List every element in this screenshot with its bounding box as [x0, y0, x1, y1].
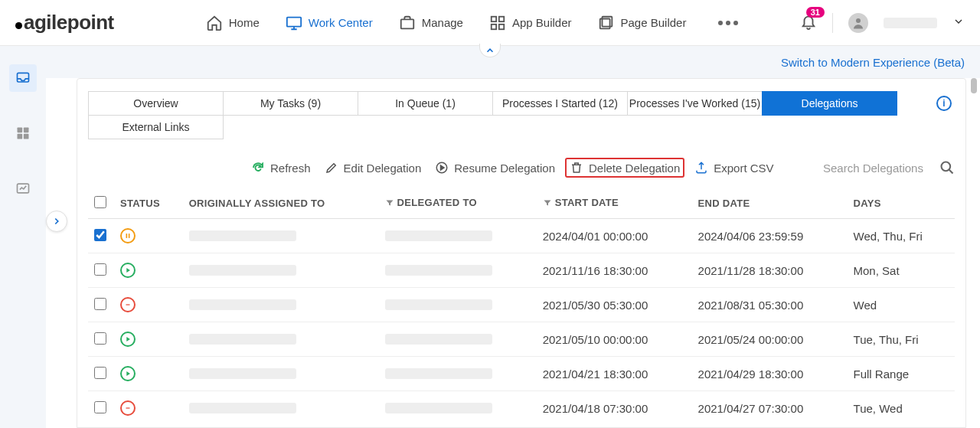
search-wrap [823, 160, 955, 175]
cell-delegated [379, 288, 537, 322]
col-delegated-label: DELEGATED TO [397, 197, 477, 208]
col-status[interactable]: STATUS [114, 188, 183, 219]
row-checkbox[interactable] [94, 229, 106, 241]
edit-delegation-button[interactable]: Edit Delegation [321, 158, 426, 178]
grid-icon [489, 15, 506, 31]
tab-external-links[interactable]: External Links [88, 115, 224, 139]
export-csv-button[interactable]: Export CSV [691, 158, 777, 178]
search-input[interactable] [823, 162, 930, 175]
info-button[interactable]: i [936, 96, 952, 111]
status-stop-icon [120, 400, 136, 416]
cell-days: Wed [848, 288, 955, 322]
tab-my-tasks[interactable]: My Tasks (9) [223, 91, 358, 116]
nav-manage[interactable]: Manage [399, 15, 463, 31]
avatar[interactable] [848, 13, 868, 33]
table-row[interactable]: 2021/05/10 00:00:002021/05/24 00:00:00Tu… [88, 322, 955, 357]
cell-delegated [379, 219, 537, 253]
cell-start: 2021/05/10 00:00:00 [537, 322, 692, 357]
table-row[interactable]: 2021/11/16 18:30:002021/11/28 18:30:00Mo… [88, 253, 955, 288]
cell-status [114, 288, 183, 322]
table-row[interactable]: 2021/05/30 05:30:002021/08/31 05:30:00We… [88, 288, 955, 322]
select-all-checkbox[interactable] [94, 196, 106, 208]
nav-more-icon[interactable] [718, 21, 738, 25]
chart-icon [15, 181, 31, 196]
rail-inbox[interactable] [9, 64, 37, 92]
col-delegated[interactable]: DELEGATED TO [379, 188, 537, 219]
apps-icon [15, 126, 31, 141]
nav-app-builder[interactable]: App Builder [489, 15, 572, 31]
cell-end: 2021/08/31 05:30:00 [692, 288, 848, 322]
row-checkbox[interactable] [94, 298, 106, 310]
user-name [884, 18, 937, 28]
row-checkbox[interactable] [94, 367, 106, 379]
nav-app-builder-label: App Builder [512, 16, 572, 29]
rail-analytics[interactable] [9, 175, 37, 202]
table-row[interactable]: 2021/04/21 18:30:002021/04/29 18:30:00Fu… [88, 357, 955, 391]
cell-status [114, 357, 183, 391]
cell-end: 2024/04/06 23:59:59 [692, 219, 848, 253]
status-play-icon [120, 332, 136, 347]
cell-originally [183, 253, 379, 288]
nav-page-builder[interactable]: Page Builder [598, 15, 687, 31]
toolbar: Refresh Edit Delegation Resume Delegatio… [88, 158, 955, 178]
scrollbar-thumb[interactable] [971, 78, 977, 93]
nav-home[interactable]: Home [206, 15, 260, 31]
row-checkbox[interactable] [94, 332, 106, 345]
delete-delegation-button[interactable]: Delete Delegation [565, 158, 684, 178]
tab-in-queue[interactable]: In Queue (1) [358, 91, 493, 116]
expand-rail-button[interactable] [46, 211, 67, 232]
table-row[interactable]: 2024/04/01 00:00:002024/04/06 23:59:59We… [88, 219, 955, 253]
col-originally[interactable]: ORIGINALLY ASSIGNED TO [183, 188, 379, 219]
cell-end: 2021/11/28 18:30:00 [692, 253, 848, 288]
col-start[interactable]: START DATE [537, 188, 692, 219]
tab-processes-worked[interactable]: Processes I've Worked (15) [627, 91, 763, 116]
table-row[interactable]: 2021/04/18 07:30:002021/04/27 07:30:00Tu… [88, 391, 955, 426]
tabs-row1: Overview My Tasks (9) In Queue (1) Proce… [88, 91, 955, 116]
cell-end: 2021/04/29 18:30:00 [692, 357, 848, 391]
cell-originally [183, 322, 379, 357]
logo[interactable]: agilepoint [15, 11, 114, 34]
cell-end: 2021/04/27 07:30:00 [692, 391, 848, 426]
filter-icon [385, 198, 394, 210]
cell-days: Wed, Thu, Fri [848, 219, 955, 253]
svg-rect-2 [492, 16, 496, 21]
col-start-label: START DATE [555, 197, 619, 208]
refresh-icon [251, 161, 265, 175]
status-play-icon [120, 366, 136, 381]
pencil-icon [325, 161, 338, 175]
cell-delegated [379, 322, 537, 357]
switch-experience-link[interactable]: Switch to Modern Experience (Beta) [781, 56, 965, 69]
resume-delegation-button[interactable]: Resume Delegation [431, 158, 559, 178]
refresh-button[interactable]: Refresh [247, 158, 315, 178]
notifications-button[interactable]: 31 [800, 13, 817, 32]
delete-label: Delete Delegation [589, 162, 680, 175]
cell-originally [183, 288, 379, 322]
search-icon[interactable] [939, 160, 955, 175]
col-days[interactable]: DAYS [848, 188, 955, 219]
tab-delegations[interactable]: Delegations [762, 91, 897, 116]
nav-work-center[interactable]: Work Center [286, 15, 373, 31]
play-circle-icon [435, 161, 449, 175]
cell-start: 2024/04/01 00:00:00 [537, 219, 692, 253]
filter-icon [543, 198, 552, 210]
nav-page-builder-label: Page Builder [621, 16, 687, 29]
table-header: STATUS ORIGINALLY ASSIGNED TO DELEGATED … [88, 188, 955, 219]
svg-rect-11 [24, 128, 29, 133]
nav-home-label: Home [229, 16, 260, 29]
col-end[interactable]: END DATE [692, 188, 848, 219]
nav-work-center-label: Work Center [309, 16, 373, 29]
tab-overview[interactable]: Overview [88, 91, 224, 116]
svg-rect-10 [18, 128, 23, 133]
cell-status [114, 219, 183, 253]
svg-rect-1 [400, 19, 413, 28]
user-menu-chevron-icon[interactable] [952, 15, 965, 30]
cell-days: Mon, Sat [848, 253, 955, 288]
trash-icon [570, 161, 583, 175]
svg-rect-13 [24, 134, 29, 139]
tab-processes-started[interactable]: Processes I Started (12) [492, 91, 628, 116]
cell-start: 2021/04/18 07:30:00 [537, 391, 692, 426]
row-checkbox[interactable] [94, 263, 106, 276]
row-checkbox[interactable] [94, 401, 106, 413]
rail-apps[interactable] [9, 119, 37, 147]
cell-start: 2021/11/16 18:30:00 [537, 253, 692, 288]
